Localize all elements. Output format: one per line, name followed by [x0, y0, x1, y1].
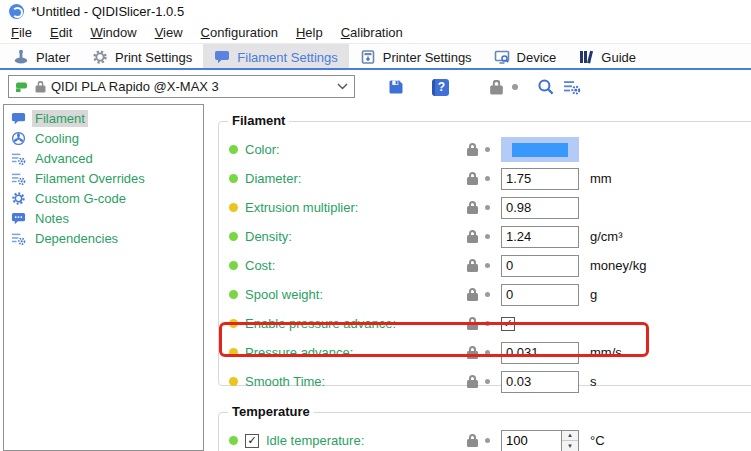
lock-icon[interactable] [467, 293, 478, 301]
idle-temperature-input[interactable] [502, 431, 561, 451]
lock-icon[interactable] [467, 148, 478, 156]
cost-input[interactable] [501, 255, 579, 277]
modified-bullet [229, 261, 238, 270]
device-icon [494, 49, 510, 65]
search-settings-button[interactable] [562, 77, 582, 97]
tab-guide[interactable]: Guide [567, 44, 647, 70]
search-button[interactable] [536, 77, 556, 97]
list-gear-icon [11, 231, 26, 246]
menu-calibration[interactable]: Calibration [332, 22, 412, 43]
setting-row-color: Color: [219, 135, 751, 164]
check-mark: ✓ [503, 318, 512, 329]
setting-label: Enable pressure advance: [245, 316, 396, 331]
sidebar-item-notes[interactable]: Notes [4, 208, 203, 228]
revert-dot [485, 438, 490, 443]
filament-preset-combobox[interactable]: QIDI PLA Rapido @X-MAX 3 [8, 75, 355, 98]
diameter-input[interactable] [501, 168, 579, 190]
lock-icon[interactable] [467, 322, 478, 330]
main-tab-bar: Plater Print Settings Filament Settings … [0, 43, 751, 70]
preset-toolbar: QIDI PLA Rapido @X-MAX 3 ? [0, 70, 751, 104]
enable-pressure-advance-checkbox[interactable]: ✓ [501, 317, 515, 331]
lock-icon[interactable] [467, 177, 478, 185]
color-swatch-value [512, 143, 568, 157]
lock-icon[interactable] [467, 235, 478, 243]
unit-label: s [585, 374, 751, 389]
revert-dot [485, 263, 490, 268]
spool-weight-input[interactable] [501, 284, 579, 306]
save-icon [387, 78, 405, 96]
sidebar-item-advanced[interactable]: Advanced [4, 148, 203, 168]
sidebar-item-dependencies[interactable]: Dependencies [4, 228, 203, 248]
help-wiki-button[interactable]: ? [430, 77, 450, 97]
setting-label: Smooth Time: [245, 374, 325, 389]
modified-bullet [229, 174, 238, 183]
setting-row-diameter: Diameter: mm [219, 164, 751, 193]
lock-icon[interactable] [467, 439, 478, 447]
menu-edit[interactable]: Edit [41, 22, 81, 43]
settings-category-tree: Filament Cooling Advanced Filament Overr… [3, 104, 204, 451]
sidebar-item-custom-gcode[interactable]: Custom G-code [4, 188, 203, 208]
sidebar-item-filament-overrides[interactable]: Filament Overrides [4, 168, 203, 188]
tab-label: Plater [36, 50, 70, 65]
modified-bullet [229, 319, 238, 328]
search-icon [537, 78, 555, 96]
modified-bullet [229, 377, 238, 386]
lock-icon[interactable] [467, 380, 478, 388]
menu-configuration[interactable]: Configuration [192, 22, 287, 43]
pressure-advance-input[interactable] [501, 342, 579, 364]
extrusion-multiplier-input[interactable] [501, 197, 579, 219]
preset-name: QIDI PLA Rapido @X-MAX 3 [51, 79, 332, 94]
sidebar-item-label: Dependencies [32, 230, 121, 247]
modified-bullet [229, 290, 238, 299]
sidebar-item-filament[interactable]: Filament [4, 108, 203, 128]
modified-bullet [229, 232, 238, 241]
setting-label: Cost: [245, 258, 275, 273]
chevron-down-icon [337, 83, 348, 90]
setting-label: Spool weight: [245, 287, 323, 302]
spin-down-button[interactable]: ▼ [562, 441, 578, 451]
list-gear-icon [563, 78, 581, 96]
setting-row-spool-weight: Spool weight: g [219, 280, 751, 309]
lock-icon[interactable] [467, 206, 478, 214]
menu-window[interactable]: Window [81, 22, 145, 43]
revert-dot [505, 77, 525, 97]
spin-up-button[interactable]: ▲ [562, 431, 578, 442]
modified-bullet [229, 348, 238, 357]
setting-row-smooth-time: Smooth Time: s [219, 367, 751, 396]
menu-help[interactable]: Help [287, 22, 332, 43]
window-title: *Untitled - QIDISlicer-1.0.5 [31, 4, 184, 19]
menu-bar: File Edit Window View Configuration Help… [0, 22, 751, 43]
setting-label: Idle temperature: [266, 433, 364, 448]
check-mark: ✓ [247, 435, 256, 446]
density-input[interactable] [501, 226, 579, 248]
sidebar-item-label: Filament Overrides [32, 170, 148, 187]
tab-device[interactable]: Device [483, 44, 568, 70]
unit-label: mm [585, 171, 751, 186]
list-gear-icon [11, 171, 26, 186]
title-bar: *Untitled - QIDISlicer-1.0.5 [0, 0, 751, 22]
menu-view[interactable]: View [146, 22, 192, 43]
menu-file[interactable]: File [2, 22, 41, 43]
modified-bullet [229, 203, 238, 212]
guide-icon [578, 49, 594, 65]
qidislicer-window: *Untitled - QIDISlicer-1.0.5 File Edit W… [0, 0, 751, 451]
tab-filament-settings[interactable]: Filament Settings [203, 44, 348, 70]
setting-label: Pressure advance: [245, 345, 353, 360]
idle-temperature-checkbox[interactable]: ✓ [245, 434, 259, 448]
unit-label: g [585, 287, 751, 302]
gear-icon [11, 191, 26, 206]
spinner-control: ▲ ▼ [561, 431, 578, 451]
tab-print-settings[interactable]: Print Settings [81, 44, 203, 70]
lock-icon[interactable] [467, 264, 478, 272]
sidebar-item-cooling[interactable]: Cooling [4, 128, 203, 148]
unit-label: °C [585, 433, 751, 448]
color-swatch[interactable] [501, 137, 579, 162]
tab-plater[interactable]: Plater [2, 44, 81, 70]
save-preset-button[interactable] [386, 77, 406, 97]
setting-row-cost: Cost: money/kg [219, 251, 751, 280]
lock-toggle-button[interactable] [486, 77, 506, 97]
smooth-time-input[interactable] [501, 371, 579, 393]
lock-icon[interactable] [467, 351, 478, 359]
unit-label: money/kg [585, 258, 751, 273]
tab-printer-settings[interactable]: Printer Settings [349, 44, 483, 70]
